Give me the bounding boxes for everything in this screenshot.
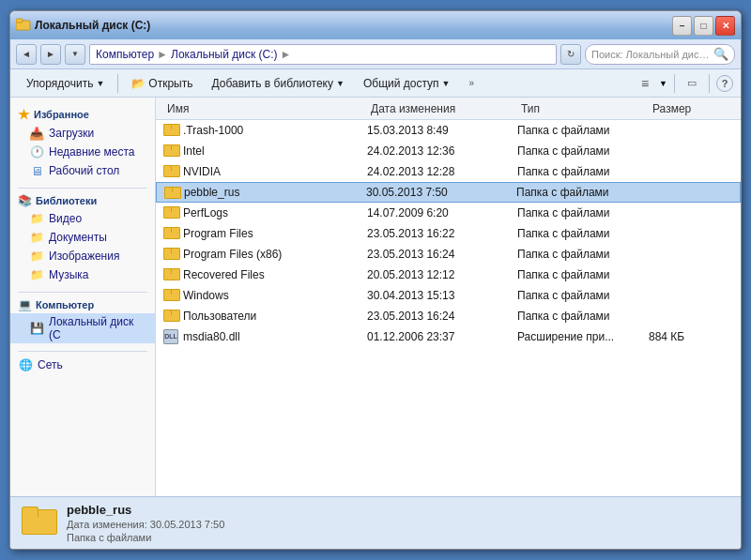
organize-button[interactable]: Упорядочить ▼: [18, 72, 113, 95]
file-name-text: PerfLogs: [183, 206, 228, 219]
status-file-icon: [22, 507, 55, 540]
view-toggle-button[interactable]: ≡: [635, 73, 655, 94]
file-modified: 23.05.2013 16:22: [367, 227, 517, 240]
folder-icon: [163, 268, 178, 280]
file-row[interactable]: Intel 24.02.2013 12:36 Папка с файлами: [156, 141, 741, 161]
sidebar-item-desktop[interactable]: 🖥 Рабочий стол: [10, 161, 155, 180]
sidebar-item-video[interactable]: 📁 Видео: [10, 209, 155, 228]
file-name-text: pebble_rus: [184, 186, 239, 199]
breadcrumb-bar[interactable]: Компьютер ► Локальный диск (C:) ►: [89, 44, 557, 65]
folder-icon: [163, 144, 178, 157]
column-header-size[interactable]: Размер: [649, 102, 733, 115]
sidebar-divider-3: [18, 351, 147, 352]
sidebar-header-favorites: ★ Избранное: [10, 105, 155, 124]
refresh-button[interactable]: ↻: [560, 44, 581, 65]
content-area: Имя Дата изменения Тип Размер .Trash-100…: [156, 98, 741, 496]
search-icon[interactable]: 🔍: [713, 47, 728, 61]
file-type-icon: [163, 164, 178, 179]
status-info: pebble_rus Дата изменения: 30.05.2013 7:…: [67, 503, 224, 543]
sidebar-item-network[interactable]: 🌐 Сеть: [10, 356, 155, 374]
minimize-button[interactable]: –: [672, 16, 692, 36]
file-type: Папка с файлами: [517, 289, 649, 302]
add-library-dropdown-icon: ▼: [336, 79, 345, 88]
file-row[interactable]: pebble_rus 30.05.2013 7:50 Папка с файла…: [156, 182, 741, 203]
file-type-icon: DLL: [163, 329, 178, 344]
file-name-cell: Recovered Files: [163, 267, 367, 282]
back-button[interactable]: ◄: [16, 44, 37, 65]
file-type-icon: [163, 226, 178, 241]
help-button[interactable]: ?: [716, 75, 733, 92]
folder-icon: [164, 187, 179, 199]
file-row[interactable]: Program Files (x86) 23.05.2013 16:24 Пап…: [156, 244, 741, 265]
file-type-icon: [164, 185, 179, 200]
dropdown-button[interactable]: ▼: [65, 44, 85, 65]
add-library-button[interactable]: Добавить в библиотеку ▼: [203, 72, 352, 95]
more-button[interactable]: »: [460, 72, 483, 95]
network-icon: 🌐: [18, 357, 33, 372]
file-name-cell: .Trash-1000: [163, 123, 367, 138]
file-type-icon: [163, 123, 178, 138]
folder-icon: [163, 206, 178, 219]
file-list: .Trash-1000 15.03.2013 8:49 Папка с файл…: [156, 120, 741, 496]
search-placeholder: Поиск: Локальный диск (C:): [591, 49, 710, 60]
close-button[interactable]: ✕: [715, 16, 735, 36]
favorites-header-icon: ★: [18, 107, 30, 122]
sidebar-item-documents[interactable]: 📁 Документы: [10, 228, 155, 247]
view-dropdown-icon[interactable]: ▼: [659, 79, 667, 88]
address-bar: ◄ ► ▼ Компьютер ► Локальный диск (C:) ► …: [10, 39, 741, 69]
status-bar: pebble_rus Дата изменения: 30.05.2013 7:…: [10, 496, 741, 549]
file-name-text: NVIDIA: [183, 165, 221, 178]
column-header-type[interactable]: Тип: [517, 102, 649, 115]
file-modified: 24.02.2013 12:36: [367, 144, 517, 158]
file-name-text: .Trash-1000: [183, 124, 243, 137]
toolbar-divider-1: [117, 74, 118, 93]
sidebar-item-recent[interactable]: 🕐 Недавние места: [10, 143, 155, 161]
search-bar[interactable]: Поиск: Локальный диск (C:) 🔍: [585, 44, 735, 65]
forward-button[interactable]: ►: [40, 44, 61, 65]
folder-icon: [163, 289, 178, 301]
file-row[interactable]: Program Files 23.05.2013 16:22 Папка с ф…: [156, 223, 741, 244]
breadcrumb-drive[interactable]: Локальный диск (C:): [171, 48, 278, 61]
file-size: 884 КБ: [649, 330, 733, 343]
file-row[interactable]: Пользователи 23.05.2013 16:24 Папка с фа…: [156, 306, 741, 326]
file-type-icon: [163, 288, 178, 303]
sidebar-item-local-c[interactable]: 💾 Локальный диск (C: [10, 313, 155, 343]
file-name-text: Windows: [183, 289, 229, 302]
window-title: Локальный диск (C:): [35, 19, 150, 32]
file-row[interactable]: Recovered Files 20.05.2013 12:12 Папка с…: [156, 265, 741, 285]
status-file-name: pebble_rus: [67, 503, 224, 517]
column-header-name[interactable]: Имя: [163, 102, 367, 115]
file-row[interactable]: PerfLogs 14.07.2009 6:20 Папка с файлами: [156, 203, 741, 223]
file-name-text: Intel: [183, 144, 205, 158]
sidebar-header-computer: 💻 Компьютер: [10, 296, 155, 313]
file-modified: 23.05.2013 16:24: [367, 310, 517, 323]
sidebar-item-downloads[interactable]: 📥 Загрузки: [10, 124, 155, 143]
share-button[interactable]: Общий доступ ▼: [355, 72, 459, 95]
sidebar-section-favorites: ★ Избранное 📥 Загрузки 🕐 Недавние места …: [10, 105, 155, 180]
file-name-text: Пользователи: [183, 310, 256, 323]
toolbar-right: ≡ ▼ ▭ ?: [635, 73, 733, 94]
sidebar-item-music[interactable]: 📁 Музыка: [10, 265, 155, 284]
file-row[interactable]: NVIDIA 24.02.2013 12:28 Папка с файлами: [156, 161, 741, 182]
file-row[interactable]: DLL msdia80.dll 01.12.2006 23:37 Расшире…: [156, 326, 741, 347]
status-folder-icon: [22, 507, 55, 535]
open-button[interactable]: 📂 Открыть: [123, 72, 201, 95]
dll-icon: DLL: [163, 329, 178, 344]
file-type-icon: [163, 205, 178, 220]
file-type: Папка с файлами: [517, 268, 649, 281]
column-header-modified[interactable]: Дата изменения: [367, 102, 517, 115]
sidebar-item-images[interactable]: 📁 Изображения: [10, 247, 155, 265]
file-row[interactable]: Windows 30.04.2013 15:13 Папка с файлами: [156, 285, 741, 306]
breadcrumb-sep-1: ►: [157, 48, 168, 61]
preview-pane-button[interactable]: ▭: [682, 73, 702, 94]
file-type: Папка с файлами: [517, 165, 649, 178]
file-modified: 20.05.2013 12:12: [367, 268, 517, 281]
images-icon: 📁: [29, 249, 44, 264]
file-type: Папка с файлами: [517, 124, 649, 137]
explorer-window: Локальный диск (C:) – □ ✕ ◄ ► ▼ Компьюте…: [9, 10, 742, 550]
breadcrumb-computer[interactable]: Компьютер: [96, 48, 154, 61]
maximize-button[interactable]: □: [694, 16, 713, 36]
file-name-cell: Пользователи: [163, 309, 367, 324]
file-row[interactable]: .Trash-1000 15.03.2013 8:49 Папка с файл…: [156, 120, 741, 141]
file-name-cell: Windows: [163, 288, 367, 303]
